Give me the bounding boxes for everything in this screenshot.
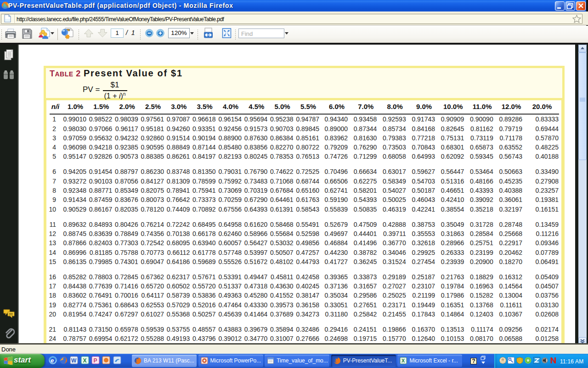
- svg-text:X: X: [401, 358, 405, 363]
- svg-text:W: W: [71, 357, 77, 364]
- svg-text:P: P: [94, 357, 97, 364]
- svg-text:X: X: [83, 357, 87, 364]
- svg-text:e: e: [51, 357, 54, 364]
